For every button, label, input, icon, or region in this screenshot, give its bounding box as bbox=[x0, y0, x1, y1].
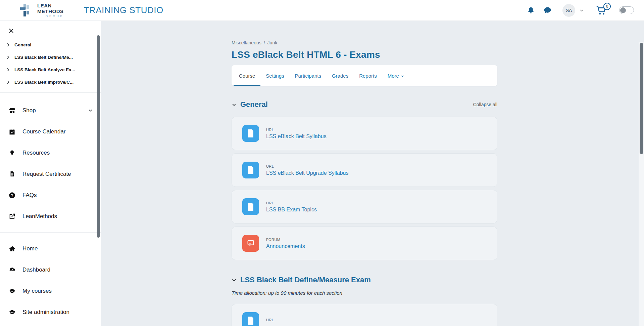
chevron-down-icon bbox=[401, 75, 404, 78]
activity-card: URL LSS BB Exam Topics bbox=[232, 190, 497, 223]
course-nav-tabs: Course Settings Participants Grades Repo… bbox=[232, 65, 497, 86]
user-avatar[interactable]: SA bbox=[562, 4, 575, 17]
sidebar-scrollbar[interactable] bbox=[97, 35, 100, 238]
sidebar-item-dashboard[interactable]: Dashboard bbox=[0, 259, 101, 280]
sidebar-item-course-calendar[interactable]: Course Calendar bbox=[0, 121, 101, 142]
close-drawer-button[interactable] bbox=[0, 21, 17, 33]
certificate-icon bbox=[8, 170, 16, 177]
top-header: LEAN METHODS GROUP TRAINING STUDIO SA bbox=[0, 0, 644, 21]
tab-grades[interactable]: Grades bbox=[327, 65, 354, 86]
sidebar-item-resources[interactable]: Resources bbox=[0, 142, 101, 163]
forum-activity-icon bbox=[242, 235, 259, 252]
cart-count-badge: 0 bbox=[603, 3, 611, 10]
section-title[interactable]: General bbox=[240, 100, 268, 109]
tab-course[interactable]: Course bbox=[234, 65, 260, 86]
activity-type-label: URL bbox=[266, 164, 348, 168]
sidebar-item-site-administration[interactable]: Site administration bbox=[0, 301, 101, 323]
url-activity-icon bbox=[242, 312, 259, 326]
header-actions: SA 0 bbox=[527, 4, 634, 17]
chevron-right-icon[interactable] bbox=[6, 68, 10, 72]
logo-cross-icon bbox=[19, 3, 34, 18]
question-icon: ? bbox=[8, 192, 16, 199]
messages-chat-icon[interactable] bbox=[544, 6, 551, 14]
chevron-right-icon[interactable] bbox=[6, 55, 10, 59]
close-icon bbox=[9, 28, 14, 33]
svg-text:?: ? bbox=[11, 193, 13, 197]
activity-card: URL LSS eBlack Belt Syllabus bbox=[232, 117, 497, 150]
activity-type-label: FORUM bbox=[266, 238, 305, 242]
sidebar-item-leanmethods[interactable]: LeanMethods bbox=[0, 206, 101, 227]
activity-type-label: URL bbox=[266, 201, 317, 205]
activity-type-label: URL bbox=[266, 318, 274, 322]
chevron-right-icon[interactable] bbox=[6, 80, 10, 84]
logo-text: LEAN METHODS GROUP bbox=[37, 3, 64, 18]
course-index-item-improve-control[interactable]: LSS Black Belt Improve/C... bbox=[0, 76, 101, 88]
sidebar-nav-secondary: Home Dashboard My courses bbox=[0, 233, 101, 323]
sidebar-item-shop[interactable]: Shop bbox=[0, 100, 101, 121]
activity-link[interactable]: Announcements bbox=[266, 243, 305, 249]
sidebar-drawer: General LSS Black Belt Define/Me... LSS … bbox=[0, 21, 101, 326]
activity-link[interactable]: LSS BB Exam Topics bbox=[266, 207, 317, 212]
sidebar-nav-primary: Shop Course Calendar bbox=[0, 93, 101, 227]
activity-card: URL bbox=[232, 304, 497, 326]
activity-list-general: URL LSS eBlack Belt Syllabus URL LSS eBl… bbox=[232, 117, 497, 260]
app-title: TRAINING STUDIO bbox=[84, 5, 163, 15]
tab-participants[interactable]: Participants bbox=[290, 65, 327, 86]
user-menu-chevron-down-icon[interactable] bbox=[580, 8, 584, 12]
activity-link[interactable]: LSS eBlack Belt Syllabus bbox=[266, 133, 327, 139]
graduation-cap-icon bbox=[8, 288, 16, 294]
external-link-icon bbox=[8, 213, 16, 219]
lean-methods-logo[interactable]: LEAN METHODS GROUP bbox=[19, 3, 64, 18]
collapse-all-link[interactable]: Collapse all bbox=[473, 102, 497, 107]
page-scrollbar-track[interactable] bbox=[639, 42, 644, 326]
activity-link[interactable]: LSS eBlack Belt Upgrade Syllabus bbox=[266, 170, 348, 176]
section-description: Time allocation: up to 90 minutes for ea… bbox=[232, 290, 497, 296]
toggle-knob bbox=[620, 7, 626, 13]
breadcrumb-subcategory-link[interactable]: Junk bbox=[267, 40, 278, 45]
sidebar-item-request-certificate[interactable]: Request Certificate bbox=[0, 163, 101, 185]
page-title: LSS eBlack Belt HTML 6 - Exams bbox=[232, 49, 497, 60]
notifications-bell-icon[interactable] bbox=[527, 7, 535, 14]
breadcrumb: Miscellaneous/Junk bbox=[232, 40, 497, 45]
home-icon bbox=[8, 245, 16, 252]
lightbulb-icon bbox=[8, 149, 16, 156]
section-header-define-measure: LSS Black Belt Define/Measure Exam bbox=[232, 276, 497, 284]
chevron-down-icon[interactable] bbox=[88, 108, 93, 113]
tab-more[interactable]: More bbox=[382, 65, 409, 86]
tab-reports[interactable]: Reports bbox=[354, 65, 382, 86]
chevron-down-icon[interactable] bbox=[232, 278, 237, 283]
url-activity-icon bbox=[242, 162, 259, 178]
calendar-icon bbox=[8, 128, 16, 135]
activity-type-label: URL bbox=[266, 128, 327, 132]
course-index-item-general[interactable]: General bbox=[0, 39, 101, 51]
course-index: General LSS Black Belt Define/Me... LSS … bbox=[0, 39, 101, 88]
course-content: Miscellaneous/Junk LSS eBlack Belt HTML … bbox=[232, 40, 497, 326]
dark-mode-toggle[interactable] bbox=[619, 6, 634, 14]
activity-card: URL LSS eBlack Belt Upgrade Syllabus bbox=[232, 153, 497, 187]
sidebar-item-home[interactable]: Home bbox=[0, 238, 101, 259]
course-index-item-analyze[interactable]: LSS Black Belt Analyze Ex... bbox=[0, 64, 101, 76]
shop-icon bbox=[8, 107, 16, 114]
page-scrollbar-thumb[interactable] bbox=[640, 43, 643, 154]
tab-settings[interactable]: Settings bbox=[260, 65, 289, 86]
chevron-right-icon[interactable] bbox=[6, 43, 10, 47]
shopping-cart-button[interactable]: 0 bbox=[596, 5, 607, 15]
section-header-general: General Collapse all bbox=[232, 100, 497, 109]
url-activity-icon bbox=[242, 198, 259, 215]
dashboard-icon bbox=[8, 267, 16, 273]
section-title[interactable]: LSS Black Belt Define/Measure Exam bbox=[240, 276, 371, 284]
activity-card: FORUM Announcements bbox=[232, 227, 497, 260]
course-index-item-define-measure[interactable]: LSS Black Belt Define/Me... bbox=[0, 51, 101, 64]
activity-list-define-measure: URL bbox=[232, 304, 497, 326]
sidebar-item-my-courses[interactable]: My courses bbox=[0, 280, 101, 301]
url-activity-icon bbox=[242, 125, 259, 142]
main-region: Miscellaneous/Junk LSS eBlack Belt HTML … bbox=[101, 21, 644, 326]
breadcrumb-separator: / bbox=[264, 40, 265, 45]
chevron-down-icon[interactable] bbox=[232, 102, 237, 107]
breadcrumb-category-link[interactable]: Miscellaneous bbox=[232, 40, 261, 45]
graduation-cap-icon bbox=[8, 309, 16, 315]
sidebar-item-faqs[interactable]: ? FAQs bbox=[0, 185, 101, 206]
